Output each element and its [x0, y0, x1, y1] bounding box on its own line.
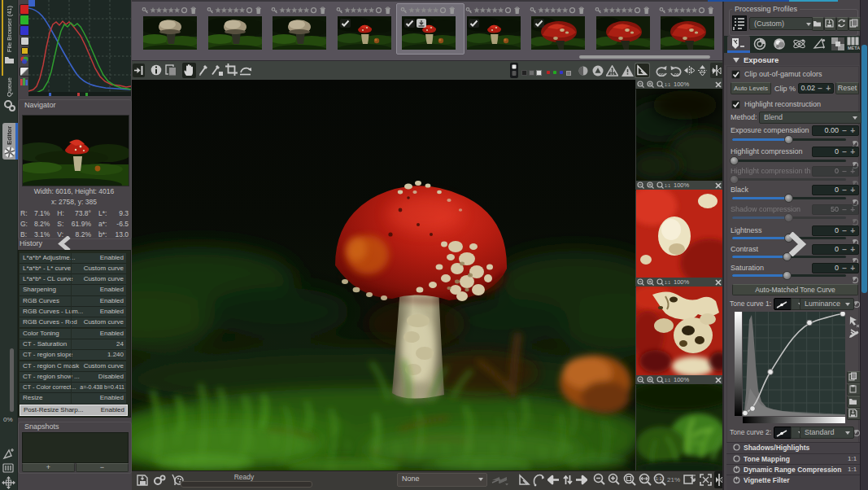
- svg-text:1:1: 1:1: [665, 378, 670, 383]
- svg-text:90°: 90°: [674, 72, 681, 77]
- svg-text:1:1: 1:1: [665, 280, 670, 285]
- svg-text:1:1: 1:1: [656, 476, 662, 481]
- svg-text:90°: 90°: [659, 72, 665, 77]
- svg-text:META: META: [848, 46, 860, 50]
- svg-text:1:1: 1:1: [665, 82, 670, 87]
- svg-text:1:1: 1:1: [665, 183, 670, 188]
